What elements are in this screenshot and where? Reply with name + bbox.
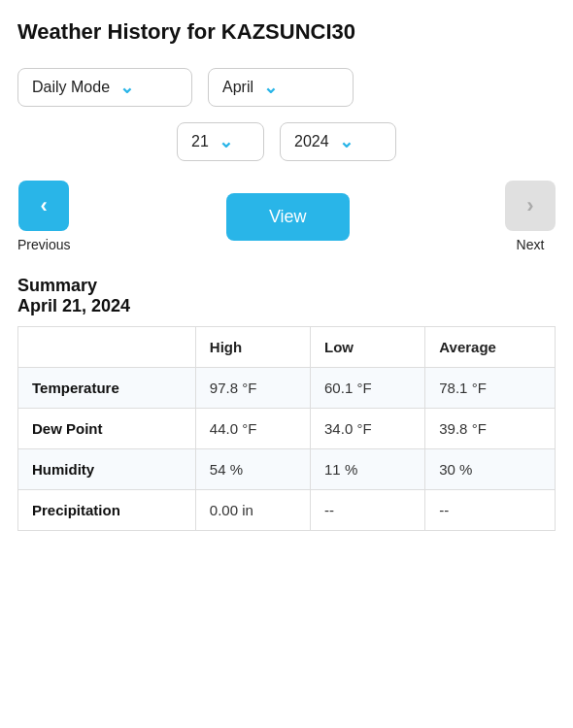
row-average: 30 % (425, 449, 556, 490)
row-high: 0.00 in (195, 490, 310, 531)
summary-title: Summary (17, 276, 556, 296)
day-chevron-icon: ⌄ (219, 131, 233, 152)
next-button[interactable]: › (505, 181, 556, 231)
row-label: Precipitation (18, 490, 196, 531)
row-low: 34.0 °F (311, 409, 425, 449)
row-high: 44.0 °F (195, 409, 310, 449)
page-title: Weather History for KAZSUNCI30 (17, 19, 556, 45)
row-average: 78.1 °F (425, 368, 556, 409)
row-high: 97.8 °F (195, 368, 310, 409)
year-chevron-icon: ⌄ (339, 131, 354, 152)
daily-mode-label: Daily Mode (32, 79, 110, 96)
col-header-average: Average (425, 327, 556, 368)
daily-mode-select[interactable]: Daily Mode ⌄ (17, 68, 192, 107)
row-average: 39.8 °F (425, 409, 556, 449)
table-row: Humidity54 %11 %30 % (18, 449, 556, 490)
year-select[interactable]: 2024 ⌄ (280, 122, 396, 161)
row-label: Humidity (18, 449, 196, 490)
next-label: Next (517, 237, 545, 252)
prev-nav-item: ‹ Previous (17, 181, 70, 252)
row-label: Dew Point (18, 409, 196, 449)
month-select[interactable]: April ⌄ (208, 68, 354, 107)
month-label: April (222, 79, 253, 96)
row-low: -- (311, 490, 425, 531)
month-chevron-icon: ⌄ (263, 77, 278, 98)
summary-section: Summary April 21, 2024 (17, 276, 556, 316)
next-nav-item: › Next (505, 181, 556, 252)
row-high: 54 % (195, 449, 310, 490)
view-button[interactable]: View (226, 193, 350, 241)
table-header-row: High Low Average (18, 327, 556, 368)
row-label: Temperature (18, 368, 196, 409)
col-header-low: Low (311, 327, 425, 368)
year-label: 2024 (294, 133, 329, 150)
weather-table: High Low Average Temperature97.8 °F60.1 … (17, 326, 556, 531)
daily-mode-chevron-icon: ⌄ (119, 77, 134, 98)
navigation-row: ‹ Previous View › Next (17, 181, 556, 252)
prev-button[interactable]: ‹ (18, 181, 69, 231)
table-row: Precipitation0.00 in---- (18, 490, 556, 531)
day-select[interactable]: 21 ⌄ (177, 122, 264, 161)
day-label: 21 (191, 133, 209, 150)
prev-label: Previous (17, 237, 70, 252)
row-average: -- (425, 490, 556, 531)
table-row: Temperature97.8 °F60.1 °F78.1 °F (18, 368, 556, 409)
table-row: Dew Point44.0 °F34.0 °F39.8 °F (18, 409, 556, 449)
col-header-label (18, 327, 196, 368)
summary-date: April 21, 2024 (17, 296, 556, 316)
col-header-high: High (195, 327, 310, 368)
row-low: 11 % (311, 449, 425, 490)
row-low: 60.1 °F (311, 368, 425, 409)
